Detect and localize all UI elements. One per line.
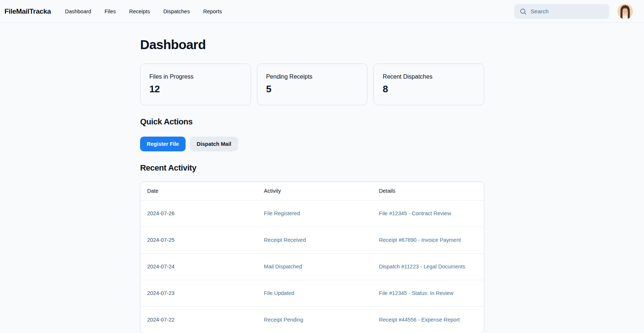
stat-card-recent-dispatches: Recent Dispatches 8 — [373, 63, 484, 105]
table-row: 2024-07-22 Receipt Pending Receipt #4455… — [140, 306, 484, 333]
cell-details: Receipt #67890 - Invoice Payment — [372, 227, 484, 253]
cell-details: Receipt #44556 - Expense Report — [372, 306, 484, 333]
main-nav: Dashboard Files Receipts Dispatches Repo… — [65, 8, 222, 14]
cell-activity: Receipt Pending — [257, 306, 372, 333]
main-content: Dashboard Files in Progress 12 Pending R… — [140, 37, 484, 333]
stat-cards: Files in Progress 12 Pending Receipts 5 … — [140, 63, 484, 105]
cell-date: 2024-07-26 — [140, 200, 257, 227]
stat-label: Pending Receipts — [266, 73, 359, 80]
nav-item-dashboard[interactable]: Dashboard — [65, 8, 91, 14]
dispatch-mail-button[interactable]: Dispatch Mail — [190, 137, 238, 151]
top-navigation-bar: FileMailTracka Dashboard Files Receipts … — [0, 0, 644, 23]
cell-activity: Receipt Received — [257, 227, 372, 253]
recent-activity-table-container: Date Activity Details 2024-07-26 File Re… — [140, 182, 484, 333]
recent-activity-table: Date Activity Details 2024-07-26 File Re… — [140, 182, 484, 333]
column-header-details: Details — [372, 182, 484, 200]
stat-value: 5 — [266, 83, 359, 95]
quick-actions-row: Register File Dispatch Mail — [140, 137, 484, 151]
cell-date: 2024-07-24 — [140, 253, 257, 280]
table-row: 2024-07-23 File Updated File #12345 - St… — [140, 280, 484, 306]
search-icon — [519, 8, 527, 15]
cell-date: 2024-07-25 — [140, 227, 257, 253]
recent-activity-heading: Recent Activity — [140, 163, 484, 173]
cell-details: Dispatch #11223 - Legal Documents — [372, 253, 484, 280]
stat-label: Files in Progress — [149, 73, 242, 80]
register-file-button[interactable]: Register File — [140, 137, 186, 151]
stat-label: Recent Dispatches — [383, 73, 475, 80]
stat-value: 12 — [149, 83, 242, 95]
stat-value: 8 — [383, 83, 475, 95]
search-input[interactable] — [531, 8, 604, 15]
app-logo[interactable]: FileMailTracka — [4, 7, 51, 16]
cell-details: File #12345 - Status: In Review — [372, 280, 484, 306]
nav-item-dispatches[interactable]: Dispatches — [163, 8, 190, 14]
user-avatar[interactable] — [617, 4, 633, 19]
nav-item-reports[interactable]: Reports — [203, 8, 222, 14]
cell-date: 2024-07-23 — [140, 280, 257, 306]
cell-details: File #12345 - Contract Review — [372, 200, 484, 227]
cell-date: 2024-07-22 — [140, 306, 257, 333]
nav-item-files[interactable]: Files — [105, 8, 116, 14]
cell-activity: File Updated — [257, 280, 372, 306]
column-header-date: Date — [140, 182, 257, 200]
quick-actions-heading: Quick Actions — [140, 117, 484, 127]
cell-activity: Mail Dispatched — [257, 253, 372, 280]
column-header-activity: Activity — [257, 182, 372, 200]
stat-card-files-in-progress: Files in Progress 12 — [140, 63, 251, 105]
stat-card-pending-receipts: Pending Receipts 5 — [257, 63, 368, 105]
cell-activity: File Registered — [257, 200, 372, 227]
search-box[interactable] — [514, 4, 609, 19]
table-header-row: Date Activity Details — [140, 182, 484, 200]
table-row: 2024-07-26 File Registered File #12345 -… — [140, 200, 484, 227]
table-row: 2024-07-24 Mail Dispatched Dispatch #112… — [140, 253, 484, 280]
page-title: Dashboard — [140, 37, 484, 52]
nav-item-receipts[interactable]: Receipts — [129, 8, 150, 14]
table-row: 2024-07-25 Receipt Received Receipt #678… — [140, 227, 484, 253]
